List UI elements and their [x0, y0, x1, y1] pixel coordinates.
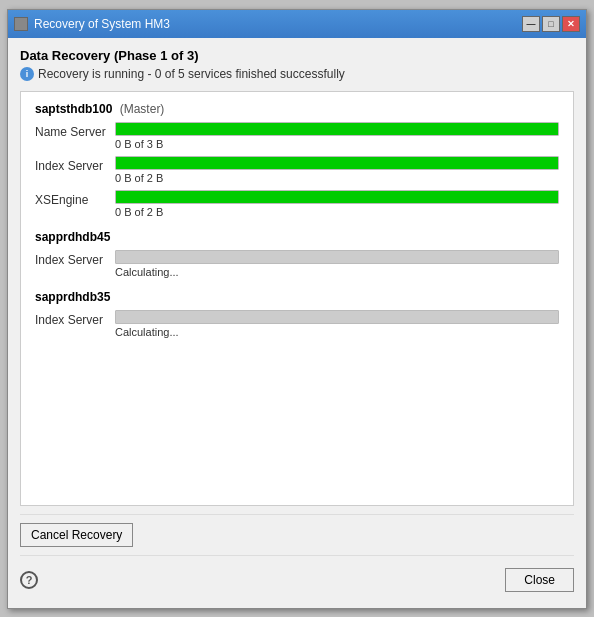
title-bar-controls: — □ ✕ [522, 16, 580, 32]
info-icon: i [20, 67, 34, 81]
host-name-1: saptsthdb100 [35, 102, 112, 116]
service-label-xsengine: XSEngine [35, 190, 115, 207]
minimize-button[interactable]: — [522, 16, 540, 32]
progress-container-xsengine: 0 B of 2 B [115, 190, 559, 218]
service-row-name-server: Name Server 0 B of 3 B [35, 122, 559, 150]
host-label-1: saptsthdb100 (Master) [35, 102, 559, 116]
service-label-index-server-1: Index Server [35, 156, 115, 173]
service-label-name-server: Name Server [35, 122, 115, 139]
title-bar: Recovery of System HM3 — □ ✕ [8, 10, 586, 38]
host-label-2: sapprdhdb45 [35, 230, 559, 244]
close-title-button[interactable]: ✕ [562, 16, 580, 32]
progress-container-name-server: 0 B of 3 B [115, 122, 559, 150]
window-icon [14, 17, 28, 31]
progress-bar-bg-index-server-1 [115, 156, 559, 170]
progress-bar-bg-name-server [115, 122, 559, 136]
help-icon[interactable]: ? [20, 571, 38, 589]
progress-bar-fill-xsengine [116, 191, 558, 203]
progress-container-index-server-3: Calculating... [115, 310, 559, 338]
footer-buttons: Cancel Recovery ? Close [20, 506, 574, 598]
host-type-1: (Master) [120, 102, 165, 116]
service-row-index-server-2: Index Server Calculating... [35, 250, 559, 278]
status-text: Recovery is running - 0 of 5 services fi… [38, 67, 345, 81]
service-label-index-server-3: Index Server [35, 310, 115, 327]
progress-bar-bg-xsengine [115, 190, 559, 204]
content-area: saptsthdb100 (Master) Name Server 0 B of… [20, 91, 574, 506]
host-section-2: sapprdhdb45 Index Server Calculating... [35, 230, 559, 278]
service-label-index-server-2: Index Server [35, 250, 115, 267]
close-button[interactable]: Close [505, 568, 574, 592]
host-name-2: sapprdhdb45 [35, 230, 110, 244]
host-label-3: sapprdhdb35 [35, 290, 559, 304]
host-name-3: sapprdhdb35 [35, 290, 110, 304]
bottom-bar: ? Close [20, 564, 574, 594]
service-row-index-server-1: Index Server 0 B of 2 B [35, 156, 559, 184]
service-row-xsengine: XSEngine 0 B of 2 B [35, 190, 559, 218]
progress-bar-fill-index-server-1 [116, 157, 558, 169]
progress-bar-bg-index-server-2 [115, 250, 559, 264]
phase-title: Data Recovery (Phase 1 of 3) [20, 48, 574, 63]
progress-text-index-server-2: Calculating... [115, 266, 559, 278]
progress-container-index-server-1: 0 B of 2 B [115, 156, 559, 184]
progress-bar-bg-index-server-3 [115, 310, 559, 324]
host-section-1: saptsthdb100 (Master) Name Server 0 B of… [35, 102, 559, 218]
progress-bar-fill-name-server [116, 123, 558, 135]
cancel-recovery-button[interactable]: Cancel Recovery [20, 523, 133, 547]
status-line: i Recovery is running - 0 of 5 services … [20, 67, 574, 81]
window-body: Data Recovery (Phase 1 of 3) i Recovery … [8, 38, 586, 608]
maximize-button[interactable]: □ [542, 16, 560, 32]
service-row-index-server-3: Index Server Calculating... [35, 310, 559, 338]
window-title: Recovery of System HM3 [34, 17, 170, 31]
progress-text-xsengine: 0 B of 2 B [115, 206, 559, 218]
title-bar-left: Recovery of System HM3 [14, 17, 170, 31]
host-section-3: sapprdhdb35 Index Server Calculating... [35, 290, 559, 338]
progress-container-index-server-2: Calculating... [115, 250, 559, 278]
main-window: Recovery of System HM3 — □ ✕ Data Recove… [7, 9, 587, 609]
progress-text-index-server-3: Calculating... [115, 326, 559, 338]
progress-text-name-server: 0 B of 3 B [115, 138, 559, 150]
progress-text-index-server-1: 0 B of 2 B [115, 172, 559, 184]
cancel-area: Cancel Recovery [20, 514, 574, 556]
